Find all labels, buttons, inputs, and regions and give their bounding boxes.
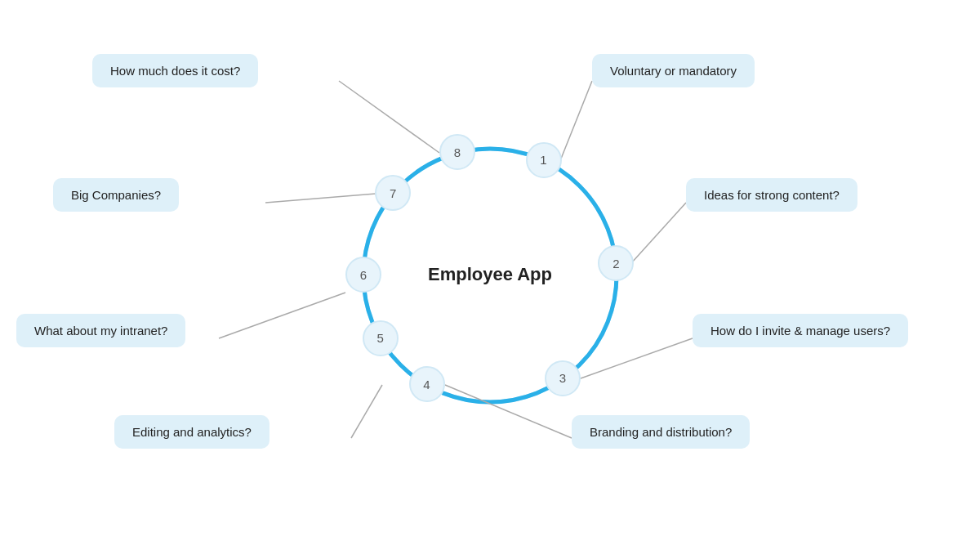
node-3: 3	[545, 360, 581, 396]
svg-line-7	[219, 293, 345, 338]
diagram-container: 1 2 3 4 5 6 7 8 Employee App Voluntary o…	[0, 0, 980, 550]
center-circle: Employee App	[400, 186, 580, 365]
svg-line-3	[631, 203, 686, 263]
label-box-8: How much does it cost?	[92, 54, 258, 87]
node-8: 8	[439, 134, 475, 170]
label-box-3: How do I invite & manage users?	[693, 314, 908, 347]
label-box-7: Big Companies?	[53, 178, 179, 212]
node-6: 6	[345, 257, 381, 293]
label-box-2: Ideas for strong content?	[686, 178, 858, 212]
label-box-5: Editing and analytics?	[114, 415, 270, 449]
label-box-6: What about my intranet?	[16, 314, 185, 347]
center-label: Employee App	[428, 263, 552, 287]
node-1: 1	[526, 142, 562, 178]
label-box-1: Voluntary or mandatory	[592, 54, 755, 87]
node-4: 4	[409, 366, 445, 402]
node-5: 5	[363, 320, 399, 356]
label-box-4: Branding and distribution?	[572, 415, 750, 449]
